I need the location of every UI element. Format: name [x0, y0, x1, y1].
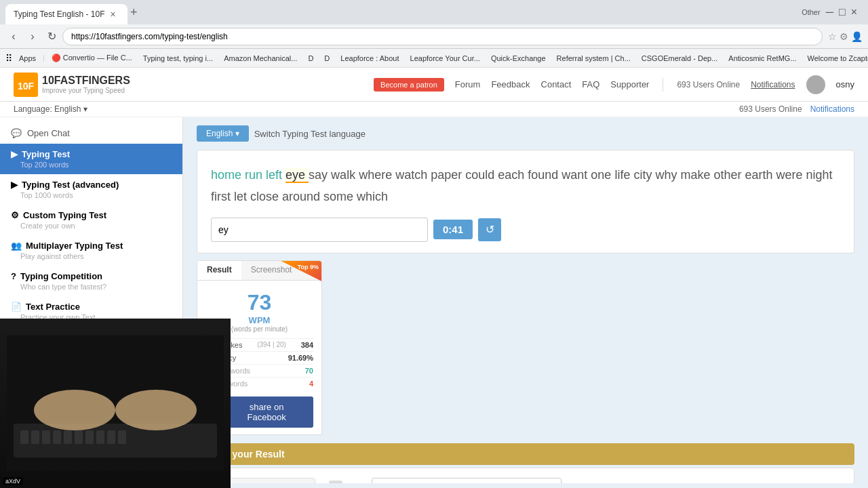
contact-link[interactable]: Contact	[541, 79, 572, 89]
webcam-overlay: aXdV	[0, 319, 231, 488]
language-label: Language: English	[14, 104, 81, 114]
share-section: My Typing Test Score 73WPM ✉ Link 💬 Foru…	[197, 468, 854, 483]
sidebar-custom-subtitle: Create your own	[20, 222, 172, 230]
accuracy-value: 91.69%	[288, 354, 313, 362]
sidebar-item-typing-test[interactable]: ▶ Typing Test Top 200 words	[0, 144, 182, 174]
tab-title: Typing Test English - 10F	[14, 9, 105, 19]
sidebar-item-custom-typing-test[interactable]: ⚙ Custom Typing Test Create your own	[0, 205, 182, 235]
webcam-content: aXdV	[0, 319, 231, 488]
patron-button[interactable]: Become a patron	[374, 78, 444, 92]
input-row: 0:41 ↺	[211, 218, 840, 242]
bookmark-typing[interactable]: Typing test, typing i...	[139, 53, 217, 64]
text-icon: 📄	[11, 302, 22, 312]
maximize-icon[interactable]: □	[839, 6, 846, 18]
sidebar-item-competition[interactable]: ? Typing Competition Who can type the fa…	[0, 266, 182, 296]
bookmark-zcaptc[interactable]: Welcome to Zcaptc...	[804, 53, 868, 64]
bookmark-d1[interactable]: D	[304, 53, 317, 64]
svg-rect-11	[96, 430, 104, 444]
correct-words-value: 70	[305, 367, 313, 375]
header-right: 693 Users Online Notifications	[739, 104, 854, 114]
sidebar-custom-title: ⚙ Custom Typing Test	[11, 210, 172, 220]
tab-bar: Typing Test English - 10F × + Other ─ □ …	[0, 0, 868, 24]
bookmark-referral[interactable]: Referral system | Ch...	[553, 53, 635, 64]
tab-result[interactable]: Result	[197, 261, 241, 280]
logo-name: 10FASTFINGERS	[42, 75, 130, 87]
language-dropdown-button[interactable]: English ▾	[197, 125, 249, 142]
new-tab-icon[interactable]: +	[130, 5, 138, 20]
reset-button[interactable]: ↺	[478, 218, 501, 241]
back-button[interactable]: ‹	[5, 28, 22, 45]
sidebar-item-typing-test-advanced[interactable]: ▶ Typing Test (advanced) Top 1000 words	[0, 174, 182, 205]
switch-language-link[interactable]: Switch Typing Test language	[254, 129, 366, 139]
share-link-input[interactable]	[372, 478, 561, 483]
sidebar-multiplayer-subtitle: Play against others	[20, 252, 172, 260]
supporter-link[interactable]: Supporter	[610, 79, 649, 89]
multiplayer-icon: 👥	[11, 241, 22, 251]
facebook-share-label: share on Facebook	[231, 402, 302, 422]
forward-button[interactable]: ›	[24, 28, 41, 45]
bookmark-quick-exchange[interactable]: Quick-Exchange	[487, 53, 550, 64]
word-home: home	[211, 168, 245, 182]
sidebar-multiplayer-title: 👥 Multiplayer Typing Test	[11, 241, 172, 251]
bookmark-convertio[interactable]: 🔴 Convertio — File C...	[47, 52, 136, 64]
svg-text:10F: 10F	[18, 81, 35, 92]
minimize-icon[interactable]: ─	[826, 6, 833, 18]
refresh-button[interactable]: ↻	[43, 28, 60, 45]
language-bar: Language: English ▾ 693 Users Online Not…	[0, 102, 868, 117]
bookmark-anticosmic[interactable]: Anticosmic RetMG...	[724, 53, 800, 64]
arrow-icon-adv: ▶	[11, 180, 18, 190]
content-area: English ▾ Switch Typing Test language ho…	[183, 117, 868, 483]
sidebar-advanced-title: ▶ Typing Test (advanced)	[11, 180, 172, 190]
chat-icon: 💬	[11, 128, 22, 138]
webcam-channel-label: aXdV	[3, 477, 23, 485]
tab-close-icon[interactable]: ×	[111, 9, 116, 20]
bookmark-amazon[interactable]: Amazon Mechanical...	[220, 53, 301, 64]
bookmark-leapforce-about[interactable]: Leapforce : About	[336, 53, 403, 64]
open-chat-button[interactable]: 💬 Open Chat	[0, 123, 182, 144]
close-window-icon[interactable]: ×	[851, 6, 857, 18]
sidebar-text-practice-title: 📄 Text Practice	[11, 302, 172, 312]
share-links: ✉ Link 💬 Forum	[329, 478, 844, 483]
active-tab[interactable]: Typing Test English - 10F ×	[5, 4, 127, 24]
bookmark-leapforce-cur[interactable]: Leapforce Your Cur...	[406, 53, 484, 64]
arrow-icon: ▶	[11, 149, 18, 159]
browser-chrome: Typing Test English - 10F × + Other ─ □ …	[0, 0, 868, 68]
address-bar[interactable]	[62, 28, 823, 45]
notifications-link[interactable]: Notifications	[751, 80, 795, 89]
bookmark-d2[interactable]: D	[320, 53, 334, 64]
svg-rect-6	[42, 430, 50, 444]
keystrokes-value: 384	[301, 341, 313, 349]
typing-area: home run left eye say walk where watch p…	[197, 150, 854, 253]
typing-input[interactable]	[211, 218, 428, 242]
sidebar-item-multiplayer[interactable]: 👥 Multiplayer Typing Test Play against o…	[0, 235, 182, 266]
browser-controls: ‹ › ↻ ☆ ⚙ 👤	[0, 24, 868, 49]
word-eye: eye	[285, 168, 309, 183]
keystrokes-detail: (394 | 20)	[257, 341, 286, 348]
star-icon[interactable]: ☆	[828, 31, 837, 42]
trophy-icon: ?	[11, 271, 16, 281]
notifications-header-link[interactable]: Notifications	[810, 104, 854, 114]
svg-rect-12	[107, 430, 115, 444]
svg-point-15	[115, 390, 197, 430]
bookmark-apps[interactable]: Apps	[15, 53, 40, 64]
sidebar-typing-test-subtitle: Top 200 words	[20, 161, 172, 169]
logo-subtitle: Improve your Typing Speed	[42, 87, 130, 94]
sidebar-competition-title: ? Typing Competition	[11, 271, 172, 281]
forum-link[interactable]: Forum	[455, 79, 481, 89]
typing-text: home run left eye say walk where watch p…	[211, 164, 840, 208]
apps-icon[interactable]: ⠿	[5, 53, 12, 64]
sidebar-advanced-subtitle: Top 1000 words	[20, 191, 172, 199]
bookmark-csgo[interactable]: CSGOEmerald - Dep...	[637, 53, 722, 64]
svg-point-14	[34, 390, 115, 430]
sidebar-competition-subtitle: Who can type the fastest?	[20, 283, 172, 291]
feedback-link[interactable]: Feedback	[491, 79, 530, 89]
language-selector[interactable]: Language: English ▾	[14, 104, 87, 114]
word-left: left	[266, 168, 285, 182]
user-avatar[interactable]	[806, 75, 825, 94]
extension-icon[interactable]: ⚙	[840, 31, 848, 42]
faq-link[interactable]: FAQ	[582, 79, 599, 89]
user-icon[interactable]: 👤	[851, 31, 863, 42]
svg-rect-10	[85, 430, 94, 444]
bookmarks-bar: ⠿ Apps | 🔴 Convertio — File C... Typing …	[0, 49, 868, 68]
svg-rect-13	[118, 430, 126, 444]
